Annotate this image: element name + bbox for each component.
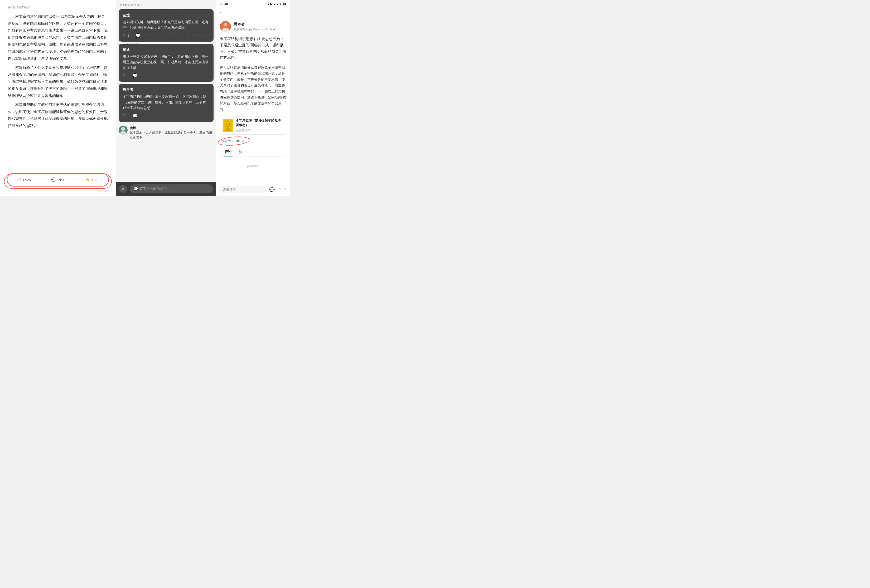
svg-point-0 (121, 127, 125, 131)
heart-icon-3: ♡ (123, 114, 126, 118)
footer-share-icon[interactable]: ⤴ (284, 187, 286, 192)
book-title: 金字塔原理（麦肯锡40年经典培训教材） (236, 119, 283, 128)
bottom-action-bar: ♡ 1626 💬 767 ❋ 813 17 / 414 (0, 169, 116, 196)
book-content: 对文章阐述的思想作出疑问/回答式反应是人类的一种自然反应，没有国籍和民族的区别。… (8, 13, 108, 129)
article-header: ‹ (216, 8, 290, 18)
action-row: ♡ 1626 💬 767 ❋ 813 (7, 173, 109, 187)
no-comment-text: 暂无评论 (220, 159, 286, 174)
comment-card-2: 征途 表述一些让大家听进去，理解了，记住的东西很难，看一看是否能够让受众心头一震… (119, 44, 213, 82)
page-number: 17 / 414 (4, 189, 112, 192)
back-button[interactable]: ‹ (220, 9, 222, 15)
comment-input-field[interactable] (220, 186, 267, 193)
tab-row: 评论 赞 (220, 147, 286, 157)
comment-actions-3: ♡ 💬 (123, 114, 209, 118)
comment-user-2: 征途 (123, 48, 209, 52)
reply-icon: 💬 (136, 33, 140, 38)
close-button[interactable]: ✕ (119, 185, 127, 193)
comment-card-3: 思考者 金字塔结构组织思想:由主要思想开始→下层思想通过疑问/回答的方式，进行展… (119, 84, 213, 122)
book-author: 芭芭拉·明托 (236, 128, 283, 132)
comment-count: 767 (58, 178, 64, 182)
battery-icon: ● (268, 2, 270, 6)
publish-date-container: 发表于 2018/3/31 (220, 138, 247, 144)
reply-icon-3: 💬 (133, 114, 138, 118)
comment-reply-3[interactable]: 💬 (133, 114, 138, 118)
paragraph-3: 本篇将帮助你了解如何将要表达的思想组织成金字塔结构，说明了使用金字塔原理能够检查… (8, 101, 108, 129)
comment-text-3: 金字塔结构组织思想:由主要思想开始→下层思想通过疑问/回答的方式，进行展开。→如… (123, 94, 209, 111)
like-num-1: 1 (127, 33, 129, 37)
comment-like-1[interactable]: ♡ 1 (123, 33, 129, 38)
share-count: 813 (91, 178, 97, 182)
comment-button[interactable]: 💬 767 (41, 176, 75, 183)
signal-icon: ▲▲▲ (273, 2, 282, 6)
panel2-breadcrumb: 第1篇 表达的逻辑 (119, 3, 213, 7)
comment-like-2[interactable]: ♡ (123, 73, 126, 78)
below-comment-user: 龚毅 (130, 126, 213, 131)
svg-point-6 (224, 23, 227, 26)
article-detail-panel: 10:48 ● ▶ ▲▲▲ ▮▮ ‹ 思考者 (216, 0, 290, 196)
author-info: 思考者 我的博客:https://sykent.github.io/ (234, 22, 276, 31)
book-card[interactable]: 金字塔 原理 金字塔原理（麦肯锡40年经典培训教材） 芭芭拉·明托 (220, 116, 286, 135)
like-icon: ♡ (17, 177, 21, 182)
comments-panel: 对文章阐述的思想作出疑问/回答式反应是人类的一种自然反应，没有国籍和民族的区别。… (116, 0, 216, 196)
comment-actions-2: ♡ 💬 (123, 73, 209, 78)
below-comment-avatar (119, 126, 128, 135)
book-cover: 金字塔 原理 (223, 119, 233, 132)
battery-bar: ▮▮ (283, 2, 286, 6)
share-icon: ❋ (86, 177, 89, 182)
reply-icon-2: 💬 (133, 73, 138, 78)
article-body: 思考者 我的博客:https://sykent.github.io/ 金字塔结构… (216, 18, 290, 183)
article-footer: 💬 ♡ ⤴ (216, 183, 290, 196)
comment-user-1: 征途 (123, 13, 209, 18)
article-title: 金字塔结构组织思想:由主要思想开始→下层思想通过疑问/回答的方式，进行展开。→如… (220, 36, 286, 61)
breadcrumb: 第1篇 表达的逻辑 (8, 5, 108, 9)
tab-likes[interactable]: 赞 (238, 147, 243, 156)
like-button[interactable]: ♡ 1626 (7, 176, 41, 183)
status-time: 10:48 (220, 2, 228, 6)
input-placeholder: 写下这一刻的想法... (140, 187, 170, 191)
heart-icon: ♡ (123, 33, 126, 38)
comment-text-2: 表述一些让大家听进去，理解了，记住的东西很难，看一看是否能够让受众心头一震，引起… (123, 54, 209, 71)
below-comment-row: 龚毅 其实基本上人人都需要，尤其是职场的每一个人。基本的职业化素养。 (119, 124, 213, 141)
heart-icon-2: ♡ (123, 73, 126, 78)
paragraph-2: 本篇解释了为什么受众最容易理解和记住金字塔结构，以及组成金字塔的子结构之间如何互… (8, 64, 108, 99)
svg-text:金字塔: 金字塔 (226, 123, 231, 125)
author-blog: 我的博客:https://sykent.github.io/ (234, 27, 276, 31)
comment-card-1: 征途 这句话很关键，给我指明了不光只是学习沟通方面，还有在生活处理琐事方面，提供… (119, 9, 213, 42)
author-name: 思考者 (234, 22, 276, 27)
author-row: 思考者 我的博客:https://sykent.github.io/ (220, 21, 286, 32)
comment-user-3: 思考者 (123, 88, 209, 92)
paragraph-1: 对文章阐述的思想作出疑问/回答式反应是人类的一种自然反应，没有国籍和民族的区别。… (8, 13, 108, 62)
comment-like-3[interactable]: ♡ (123, 114, 126, 118)
svg-text:原理: 原理 (227, 126, 229, 127)
below-comment-text: 其实基本上人人都需要，尤其是职场的每一个人。基本的职业化素养。 (130, 131, 213, 140)
article-body-text: 你可以很容易地使受众理解用金字塔结构组织的思想：先从金字塔的最顶端开始，沿各个分… (220, 65, 286, 113)
comment-actions-1: ♡ 1 💬 (123, 33, 209, 38)
comment-reply-2[interactable]: 💬 (133, 73, 138, 78)
like-count: 1626 (22, 178, 31, 182)
author-avatar (220, 21, 231, 32)
book-reader-panel: 第1篇 表达的逻辑 对文章阐述的思想作出疑问/回答式反应是人类的一种自然反应，没… (0, 0, 116, 196)
comment-icon: 💬 (51, 177, 57, 182)
status-icons: ● ▶ ▲▲▲ ▮▮ (268, 2, 286, 6)
comment-input[interactable]: 💬 写下这一刻的想法... (130, 184, 213, 193)
comments-content: 第1篇 表达的逻辑 征途 这句话很关键，给我指明了不光只是学习沟通方面，还有在生… (116, 0, 216, 145)
tab-comments[interactable]: 评论 (223, 147, 232, 156)
comment-text-1: 这句话很关键，给我指明了不光只是学习沟通方面，还有在生活处理琐事方面，提供了思考… (123, 19, 209, 31)
date-circle-annotation (218, 135, 250, 147)
footer-like-icon[interactable]: ♡ (277, 187, 281, 193)
svg-point-1 (120, 131, 126, 135)
book-info: 金字塔原理（麦肯锡40年经典培训教材） 芭芭拉·明托 (236, 119, 283, 132)
chat-icon: 💬 (133, 187, 138, 191)
share-button[interactable]: ❋ 813 (75, 176, 108, 183)
footer-comment-icon[interactable]: 💬 (269, 187, 275, 193)
status-bar: 10:48 ● ▶ ▲▲▲ ▮▮ (216, 0, 290, 8)
wifi-icon: ▶ (270, 2, 272, 6)
comment-input-area: ✕ 💬 写下这一刻的想法... (116, 182, 216, 196)
comment-reply-1[interactable]: 💬 (136, 33, 140, 38)
